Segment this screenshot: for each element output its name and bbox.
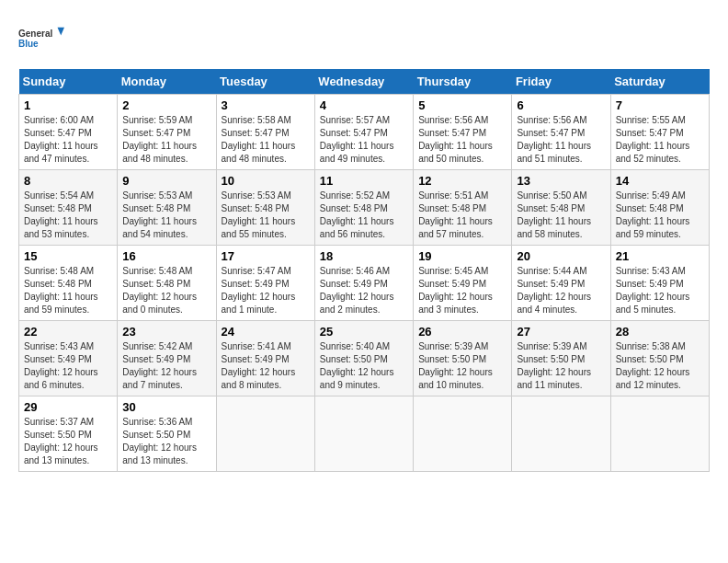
calendar-cell: 16 Sunrise: 5:48 AM Sunset: 5:48 PM Dayl… xyxy=(118,246,216,321)
day-info: Sunrise: 5:56 AM Sunset: 5:47 PM Dayligh… xyxy=(418,114,506,166)
calendar-cell: 8 Sunrise: 5:54 AM Sunset: 5:48 PM Dayli… xyxy=(19,170,118,246)
day-number: 11 xyxy=(320,174,408,188)
day-number: 5 xyxy=(418,98,506,112)
day-number: 21 xyxy=(616,249,704,263)
calendar-cell: 27 Sunrise: 5:39 AM Sunset: 5:50 PM Dayl… xyxy=(512,321,610,396)
day-number: 27 xyxy=(517,325,605,339)
calendar-cell xyxy=(512,396,610,472)
calendar-cell: 17 Sunrise: 5:47 AM Sunset: 5:49 PM Dayl… xyxy=(216,246,314,321)
day-number: 22 xyxy=(24,325,112,339)
calendar-cell xyxy=(216,396,314,472)
calendar-cell: 1 Sunrise: 6:00 AM Sunset: 5:47 PM Dayli… xyxy=(19,95,118,170)
day-number: 28 xyxy=(616,325,704,339)
day-number: 23 xyxy=(122,325,210,339)
day-number: 8 xyxy=(24,174,112,188)
day-info: Sunrise: 5:55 AM Sunset: 5:47 PM Dayligh… xyxy=(616,114,704,166)
day-info: Sunrise: 5:56 AM Sunset: 5:47 PM Dayligh… xyxy=(517,114,605,166)
day-info: Sunrise: 5:53 AM Sunset: 5:48 PM Dayligh… xyxy=(122,190,210,241)
calendar-cell: 10 Sunrise: 5:53 AM Sunset: 5:48 PM Dayl… xyxy=(216,170,314,246)
day-number: 30 xyxy=(122,400,210,414)
calendar-table: SundayMondayTuesdayWednesdayThursdayFrid… xyxy=(18,69,710,472)
day-number: 1 xyxy=(24,98,112,112)
calendar-cell: 15 Sunrise: 5:48 AM Sunset: 5:48 PM Dayl… xyxy=(19,246,118,321)
calendar-cell: 7 Sunrise: 5:55 AM Sunset: 5:47 PM Dayli… xyxy=(610,95,709,170)
day-info: Sunrise: 5:43 AM Sunset: 5:49 PM Dayligh… xyxy=(24,340,112,392)
calendar-cell: 14 Sunrise: 5:49 AM Sunset: 5:48 PM Dayl… xyxy=(610,170,709,246)
calendar-cell: 21 Sunrise: 5:43 AM Sunset: 5:49 PM Dayl… xyxy=(610,246,709,321)
calendar-cell: 20 Sunrise: 5:44 AM Sunset: 5:49 PM Dayl… xyxy=(512,246,610,321)
day-number: 14 xyxy=(616,174,704,188)
calendar-cell: 22 Sunrise: 5:43 AM Sunset: 5:49 PM Dayl… xyxy=(19,321,118,396)
calendar-cell: 6 Sunrise: 5:56 AM Sunset: 5:47 PM Dayli… xyxy=(512,95,610,170)
calendar-cell: 9 Sunrise: 5:53 AM Sunset: 5:48 PM Dayli… xyxy=(118,170,216,246)
calendar-week-row: 1 Sunrise: 6:00 AM Sunset: 5:47 PM Dayli… xyxy=(19,95,710,170)
calendar-cell: 13 Sunrise: 5:50 AM Sunset: 5:48 PM Dayl… xyxy=(512,170,610,246)
weekday-header: Saturday xyxy=(610,69,709,95)
day-number: 29 xyxy=(24,400,112,414)
day-info: Sunrise: 5:46 AM Sunset: 5:49 PM Dayligh… xyxy=(320,265,408,316)
weekday-header: Wednesday xyxy=(314,69,413,95)
day-info: Sunrise: 5:44 AM Sunset: 5:49 PM Dayligh… xyxy=(517,265,605,316)
calendar-week-row: 8 Sunrise: 5:54 AM Sunset: 5:48 PM Dayli… xyxy=(19,170,710,246)
calendar-cell: 23 Sunrise: 5:42 AM Sunset: 5:49 PM Dayl… xyxy=(118,321,216,396)
day-info: Sunrise: 5:45 AM Sunset: 5:49 PM Dayligh… xyxy=(418,265,506,316)
weekday-header: Tuesday xyxy=(216,69,314,95)
calendar-cell: 19 Sunrise: 5:45 AM Sunset: 5:49 PM Dayl… xyxy=(414,246,512,321)
day-info: Sunrise: 5:37 AM Sunset: 5:50 PM Dayligh… xyxy=(24,416,112,467)
weekday-header-row: SundayMondayTuesdayWednesdayThursdayFrid… xyxy=(19,69,710,95)
day-info: Sunrise: 5:47 AM Sunset: 5:49 PM Dayligh… xyxy=(222,265,310,316)
day-info: Sunrise: 5:39 AM Sunset: 5:50 PM Dayligh… xyxy=(418,340,506,392)
calendar-week-row: 22 Sunrise: 5:43 AM Sunset: 5:49 PM Dayl… xyxy=(19,321,710,396)
calendar-cell: 12 Sunrise: 5:51 AM Sunset: 5:48 PM Dayl… xyxy=(414,170,512,246)
day-info: Sunrise: 5:59 AM Sunset: 5:47 PM Dayligh… xyxy=(122,114,210,166)
day-number: 16 xyxy=(122,249,210,263)
calendar-cell xyxy=(314,396,413,472)
day-number: 9 xyxy=(122,174,210,188)
day-number: 10 xyxy=(222,174,310,188)
logo: General Blue xyxy=(18,18,64,60)
calendar-cell: 5 Sunrise: 5:56 AM Sunset: 5:47 PM Dayli… xyxy=(414,95,512,170)
calendar-cell: 26 Sunrise: 5:39 AM Sunset: 5:50 PM Dayl… xyxy=(414,321,512,396)
calendar-cell: 11 Sunrise: 5:52 AM Sunset: 5:48 PM Dayl… xyxy=(314,170,413,246)
day-info: Sunrise: 5:53 AM Sunset: 5:48 PM Dayligh… xyxy=(222,190,310,241)
calendar-cell: 24 Sunrise: 5:41 AM Sunset: 5:49 PM Dayl… xyxy=(216,321,314,396)
day-number: 7 xyxy=(616,98,704,112)
calendar-cell: 29 Sunrise: 5:37 AM Sunset: 5:50 PM Dayl… xyxy=(19,396,118,472)
calendar-cell: 3 Sunrise: 5:58 AM Sunset: 5:47 PM Dayli… xyxy=(216,95,314,170)
day-info: Sunrise: 5:51 AM Sunset: 5:48 PM Dayligh… xyxy=(418,190,506,241)
day-number: 13 xyxy=(517,174,605,188)
logo-svg: General Blue xyxy=(18,18,64,60)
calendar-cell xyxy=(610,396,709,472)
day-info: Sunrise: 5:52 AM Sunset: 5:48 PM Dayligh… xyxy=(320,190,408,241)
day-number: 25 xyxy=(320,325,408,339)
calendar-cell xyxy=(414,396,512,472)
weekday-header: Monday xyxy=(118,69,216,95)
day-number: 12 xyxy=(418,174,506,188)
day-number: 2 xyxy=(122,98,210,112)
svg-marker-2 xyxy=(58,28,65,36)
calendar-cell: 2 Sunrise: 5:59 AM Sunset: 5:47 PM Dayli… xyxy=(118,95,216,170)
calendar-week-row: 15 Sunrise: 5:48 AM Sunset: 5:48 PM Dayl… xyxy=(19,246,710,321)
day-number: 17 xyxy=(222,249,310,263)
day-info: Sunrise: 5:54 AM Sunset: 5:48 PM Dayligh… xyxy=(24,190,112,241)
day-info: Sunrise: 5:41 AM Sunset: 5:49 PM Dayligh… xyxy=(222,340,310,392)
day-number: 15 xyxy=(24,249,112,263)
calendar-cell: 28 Sunrise: 5:38 AM Sunset: 5:50 PM Dayl… xyxy=(610,321,709,396)
day-info: Sunrise: 5:36 AM Sunset: 5:50 PM Dayligh… xyxy=(122,416,210,467)
day-number: 20 xyxy=(517,249,605,263)
weekday-header: Sunday xyxy=(19,69,118,95)
day-info: Sunrise: 5:49 AM Sunset: 5:48 PM Dayligh… xyxy=(616,190,704,241)
day-info: Sunrise: 5:42 AM Sunset: 5:49 PM Dayligh… xyxy=(122,340,210,392)
day-info: Sunrise: 5:57 AM Sunset: 5:47 PM Dayligh… xyxy=(320,114,408,166)
day-number: 4 xyxy=(320,98,408,112)
weekday-header: Thursday xyxy=(414,69,512,95)
calendar-week-row: 29 Sunrise: 5:37 AM Sunset: 5:50 PM Dayl… xyxy=(19,396,710,472)
day-info: Sunrise: 5:43 AM Sunset: 5:49 PM Dayligh… xyxy=(616,265,704,316)
day-number: 3 xyxy=(222,98,310,112)
svg-text:General: General xyxy=(18,29,52,39)
calendar-cell: 4 Sunrise: 5:57 AM Sunset: 5:47 PM Dayli… xyxy=(314,95,413,170)
svg-text:Blue: Blue xyxy=(18,39,39,49)
calendar-cell: 25 Sunrise: 5:40 AM Sunset: 5:50 PM Dayl… xyxy=(314,321,413,396)
day-info: Sunrise: 5:38 AM Sunset: 5:50 PM Dayligh… xyxy=(616,340,704,392)
calendar-cell: 30 Sunrise: 5:36 AM Sunset: 5:50 PM Dayl… xyxy=(118,396,216,472)
